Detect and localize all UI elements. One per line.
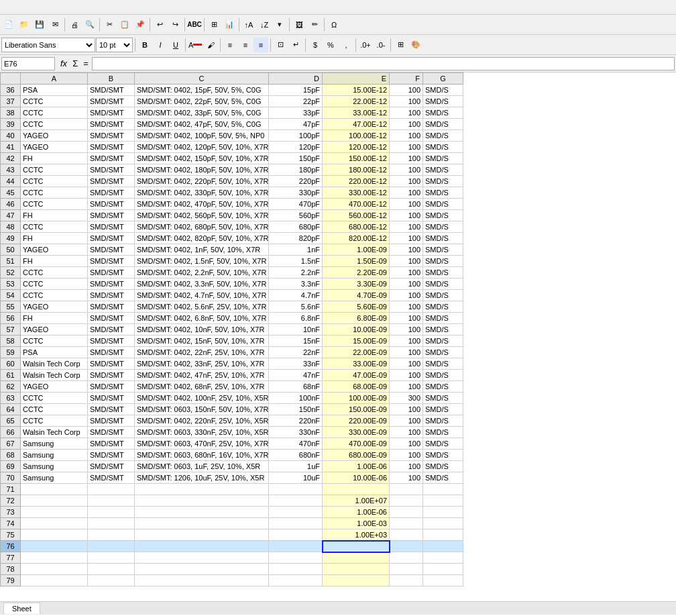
spreadsheet[interactable]: A B C D E F G 36PSASMD/SMTSMD/SMT: 0402,… xyxy=(0,72,676,601)
cell-f[interactable] xyxy=(390,529,423,541)
cell-c[interactable]: SMD/SMT: 0402, 220pF, 50V, 10%, X7R xyxy=(135,176,269,187)
thousands-button[interactable]: , xyxy=(339,38,353,52)
row-header[interactable]: 52 xyxy=(1,267,21,278)
cell-c[interactable]: SMD/SMT: 1206, 10uF, 25V, 10%, X5R xyxy=(135,472,269,484)
insert-table-button[interactable]: ⊞ xyxy=(207,17,221,32)
cell-b[interactable]: SMD/SMT xyxy=(88,176,135,187)
cell-d[interactable]: 4.7nF xyxy=(269,290,323,301)
row-header[interactable]: 59 xyxy=(1,347,21,358)
row-header[interactable]: 69 xyxy=(1,461,21,472)
cell-g[interactable] xyxy=(423,541,463,552)
cell-e[interactable]: 15.00E-12 xyxy=(323,85,390,96)
cell-b[interactable]: SMD/SMT xyxy=(88,130,135,142)
col-header-b[interactable]: B xyxy=(88,73,135,85)
cell-e[interactable] xyxy=(323,575,390,586)
cell-d[interactable]: 560pF xyxy=(269,210,323,221)
cell-a[interactable] xyxy=(21,575,88,586)
cell-c[interactable] xyxy=(135,552,269,564)
cell-a[interactable]: CCTC xyxy=(21,176,88,187)
cell-e[interactable]: 220.00E-12 xyxy=(323,176,390,187)
cell-e[interactable]: 120.00E-12 xyxy=(323,142,390,153)
cell-c[interactable]: SMD/SMT: 0603, 1uF, 25V, 10%, X5R xyxy=(135,461,269,472)
cell-f[interactable]: 100 xyxy=(390,233,423,244)
insert-special-button[interactable]: Ω xyxy=(327,17,341,32)
cell-a[interactable]: CCTC xyxy=(21,164,88,176)
cell-d[interactable]: 220pF xyxy=(269,176,323,187)
cell-b[interactable]: SMD/SMT xyxy=(88,107,135,119)
cell-f[interactable]: 100 xyxy=(390,176,423,187)
cell-a[interactable] xyxy=(21,564,88,575)
cell-b[interactable]: SMD/SMT xyxy=(88,370,135,381)
decrease-decimal-button[interactable]: .0- xyxy=(374,38,388,52)
menu-help[interactable] xyxy=(107,6,118,9)
cell-a[interactable]: CCTC xyxy=(21,336,88,347)
cell-e[interactable] xyxy=(323,552,390,564)
cell-f[interactable]: 300 xyxy=(390,393,423,404)
cell-e[interactable]: 47.00E-12 xyxy=(323,119,390,130)
row-header[interactable]: 50 xyxy=(1,244,21,256)
cell-g[interactable] xyxy=(423,529,463,541)
cell-c[interactable]: SMD/SMT: 0402, 120pF, 50V, 10%, X7R xyxy=(135,142,269,153)
cell-d[interactable]: 2.2nF xyxy=(269,267,323,278)
formula-input[interactable] xyxy=(92,57,675,70)
cell-c[interactable]: SMD/SMT: 0402, 4.7nF, 50V, 10%, X7R xyxy=(135,290,269,301)
cell-a[interactable]: CCTC xyxy=(21,221,88,233)
cell-b[interactable]: SMD/SMT xyxy=(88,313,135,324)
cell-f[interactable]: 100 xyxy=(390,278,423,290)
cell-a[interactable]: CCTC xyxy=(21,415,88,427)
cell-g[interactable]: SMD/S xyxy=(423,119,463,130)
cell-b[interactable]: SMD/SMT xyxy=(88,187,135,199)
cell-a[interactable]: FH xyxy=(21,313,88,324)
cell-b[interactable]: SMD/SMT xyxy=(88,233,135,244)
cell-g[interactable]: SMD/S xyxy=(423,347,463,358)
cell-a[interactable]: CCTC xyxy=(21,96,88,107)
cell-c[interactable]: SMD/SMT: 0402, 820pF, 50V, 10%, X7R xyxy=(135,233,269,244)
cell-c[interactable]: SMD/SMT: 0402, 150pF, 50V, 10%, X7R xyxy=(135,153,269,164)
cell-e[interactable]: 560.00E-12 xyxy=(323,210,390,221)
copy-button[interactable]: 📋 xyxy=(117,17,132,32)
col-header-g[interactable]: G xyxy=(423,73,463,85)
cell-b[interactable]: SMD/SMT xyxy=(88,427,135,438)
col-header-c[interactable]: C xyxy=(135,73,269,85)
cell-b[interactable]: SMD/SMT xyxy=(88,461,135,472)
row-header[interactable]: 48 xyxy=(1,221,21,233)
row-header[interactable]: 64 xyxy=(1,404,21,415)
cell-d[interactable]: 15nF xyxy=(269,336,323,347)
preview-button[interactable]: 🔍 xyxy=(82,17,97,32)
cell-d[interactable]: 10nF xyxy=(269,324,323,336)
cell-e[interactable]: 150.00E-12 xyxy=(323,153,390,164)
cell-c[interactable] xyxy=(135,507,269,518)
cell-c[interactable]: SMD/SMT: 0402, 220nF, 25V, 10%, X5R xyxy=(135,415,269,427)
cell-a[interactable]: YAGEO xyxy=(21,142,88,153)
cell-f[interactable]: 100 xyxy=(390,370,423,381)
cell-f[interactable] xyxy=(390,552,423,564)
row-header[interactable]: 63 xyxy=(1,393,21,404)
save-button[interactable]: 💾 xyxy=(32,17,47,32)
cell-b[interactable] xyxy=(88,507,135,518)
cell-d[interactable]: 330pF xyxy=(269,187,323,199)
cell-g[interactable]: SMD/S xyxy=(423,290,463,301)
cell-d[interactable]: 68nF xyxy=(269,381,323,393)
row-header[interactable]: 61 xyxy=(1,370,21,381)
cell-a[interactable]: YAGEO xyxy=(21,381,88,393)
cell-c[interactable]: SMD/SMT: 0402, 1nF, 50V, 10%, X7R xyxy=(135,244,269,256)
cell-d[interactable]: 22pF xyxy=(269,96,323,107)
cell-d[interactable]: 820pF xyxy=(269,233,323,244)
cell-b[interactable] xyxy=(88,564,135,575)
cell-a[interactable]: YAGEO xyxy=(21,324,88,336)
menu-format[interactable] xyxy=(43,6,54,9)
cell-b[interactable]: SMD/SMT xyxy=(88,119,135,130)
cell-b[interactable]: SMD/SMT xyxy=(88,290,135,301)
cell-e[interactable]: 10.00E-06 xyxy=(323,472,390,484)
row-header[interactable]: 57 xyxy=(1,324,21,336)
cell-c[interactable]: SMD/SMT: 0402, 5.6nF, 25V, 10%, X7R xyxy=(135,301,269,313)
cell-c[interactable] xyxy=(135,484,269,495)
cell-d[interactable]: 150nF xyxy=(269,404,323,415)
cell-g[interactable]: SMD/S xyxy=(423,221,463,233)
cell-g[interactable]: SMD/S xyxy=(423,187,463,199)
cell-b[interactable]: SMD/SMT xyxy=(88,404,135,415)
cell-d[interactable]: 47pF xyxy=(269,119,323,130)
cell-b[interactable] xyxy=(88,484,135,495)
cell-reference-input[interactable] xyxy=(1,57,55,70)
row-header[interactable]: 53 xyxy=(1,278,21,290)
